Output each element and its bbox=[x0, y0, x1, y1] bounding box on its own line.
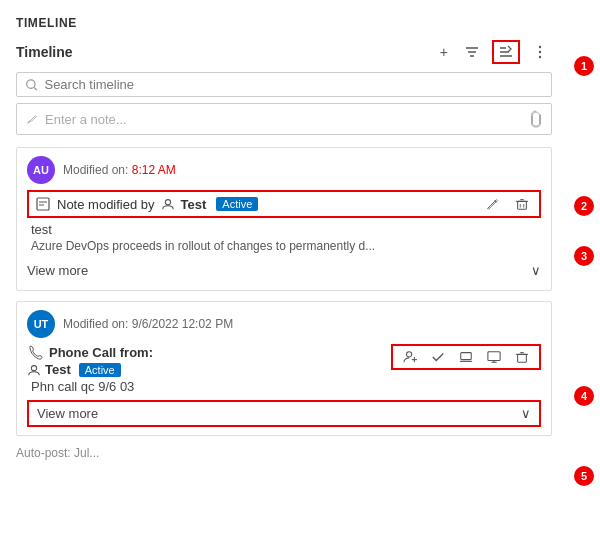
sort-icon bbox=[498, 44, 514, 60]
edit-button-1[interactable] bbox=[481, 195, 503, 213]
badge-active-1: Active bbox=[216, 197, 258, 211]
more-button[interactable] bbox=[528, 42, 552, 62]
note-content-line1: test bbox=[27, 222, 541, 237]
delete-button-2[interactable] bbox=[511, 348, 533, 366]
phone-row-left: Phone Call from: Test Active Phn call qc… bbox=[27, 344, 153, 396]
note-row-left: Note modified by Test Active bbox=[35, 196, 258, 212]
svg-point-9 bbox=[27, 79, 35, 87]
more-icon bbox=[532, 44, 548, 60]
assign-icon bbox=[403, 350, 417, 364]
view-more-2[interactable]: View more ∨ bbox=[27, 400, 541, 427]
svg-point-15 bbox=[165, 200, 170, 205]
right-sidebar: 1 2 3 4 5 bbox=[568, 0, 600, 552]
laptop-icon bbox=[459, 350, 473, 364]
timeline-item-2: UT Modified on: 9/6/2022 12:02 PM Phone … bbox=[16, 301, 552, 436]
phone-row: Phone Call from: Test Active Phn call qc… bbox=[27, 344, 541, 396]
badge-2: 2 bbox=[574, 196, 594, 216]
monitor-icon bbox=[487, 350, 501, 364]
sort-button[interactable] bbox=[492, 40, 520, 64]
timeline-item-1-header: AU Modified on: 8:12 AM bbox=[27, 156, 541, 184]
user-name-2: Test bbox=[45, 362, 71, 377]
badge-4: 4 bbox=[574, 386, 594, 406]
modified-time-2: 9/6/2022 12:02 PM bbox=[132, 317, 233, 331]
edit-icon bbox=[485, 197, 499, 211]
delete-button-1[interactable] bbox=[511, 195, 533, 213]
complete-button[interactable] bbox=[427, 348, 449, 366]
section-title: TIMELINE bbox=[16, 16, 552, 30]
user-icon-1 bbox=[161, 197, 175, 211]
assign-button[interactable] bbox=[399, 348, 421, 366]
modified-time-1: 8:12 AM bbox=[132, 163, 176, 177]
search-bar bbox=[16, 72, 552, 97]
modified-on-1: Modified on: 8:12 AM bbox=[63, 163, 176, 177]
check-icon bbox=[431, 350, 445, 364]
close-button-2[interactable] bbox=[483, 348, 505, 366]
svg-line-11 bbox=[28, 121, 31, 124]
pencil-icon bbox=[25, 112, 39, 126]
note-bar-left: Enter a note... bbox=[25, 112, 127, 127]
note-content-line2: Azure DevOps proceeds in rollout of chan… bbox=[27, 239, 541, 253]
edit-button-2[interactable] bbox=[455, 348, 477, 366]
timeline-header-actions: + bbox=[436, 40, 552, 64]
chevron-1: ∨ bbox=[531, 263, 541, 278]
add-button[interactable]: + bbox=[436, 42, 452, 62]
svg-rect-17 bbox=[518, 201, 527, 209]
svg-rect-31 bbox=[518, 354, 527, 362]
search-input[interactable] bbox=[44, 77, 543, 92]
badge-1: 1 bbox=[574, 56, 594, 76]
filter-icon bbox=[464, 44, 480, 60]
note-icon bbox=[35, 196, 51, 212]
attach-icon bbox=[529, 110, 543, 128]
timeline-header-label: Timeline bbox=[16, 44, 73, 60]
timeline-header: Timeline + bbox=[16, 40, 552, 64]
svg-rect-12 bbox=[37, 198, 49, 210]
phone-call-title: Phone Call from: bbox=[49, 345, 153, 360]
page-wrapper: TIMELINE Timeline + bbox=[0, 0, 600, 552]
modified-on-2: Modified on: 9/6/2022 12:02 PM bbox=[63, 317, 233, 331]
svg-rect-26 bbox=[461, 353, 472, 360]
trash-icon bbox=[515, 350, 529, 364]
user-icon-2 bbox=[27, 363, 41, 377]
avatar-ut: UT bbox=[27, 310, 55, 338]
svg-rect-28 bbox=[488, 352, 500, 361]
note-row-actions bbox=[481, 195, 533, 213]
chevron-2: ∨ bbox=[521, 406, 531, 421]
search-icon bbox=[25, 78, 38, 92]
note-text: Note modified by bbox=[57, 197, 155, 212]
note-input-bar: Enter a note... bbox=[16, 103, 552, 135]
phone-row-actions bbox=[391, 344, 541, 370]
timeline-item-2-header: UT Modified on: 9/6/2022 12:02 PM bbox=[27, 310, 541, 338]
svg-point-22 bbox=[31, 365, 36, 370]
svg-line-16 bbox=[495, 201, 497, 203]
person-row: Test Active bbox=[27, 362, 153, 377]
svg-line-10 bbox=[34, 87, 37, 90]
phone-content: Phn call qc 9/6 03 bbox=[27, 379, 153, 394]
svg-point-23 bbox=[407, 352, 412, 357]
avatar-au: AU bbox=[27, 156, 55, 184]
phone-call-row: Phone Call from: bbox=[27, 344, 153, 360]
badges-group-2: 4 5 bbox=[574, 386, 594, 486]
timeline-item-1: AU Modified on: 8:12 AM Note modified by bbox=[16, 147, 552, 291]
delete-icon bbox=[515, 197, 529, 211]
badge-active-2: Active bbox=[79, 363, 121, 377]
svg-point-6 bbox=[539, 46, 541, 48]
filter-button[interactable] bbox=[460, 42, 484, 62]
note-row-1: Note modified by Test Active bbox=[27, 190, 541, 218]
badges-group: 2 3 bbox=[574, 196, 594, 266]
svg-point-8 bbox=[539, 56, 541, 58]
view-more-1[interactable]: View more ∨ bbox=[27, 259, 541, 282]
phone-icon bbox=[27, 344, 43, 360]
note-placeholder[interactable]: Enter a note... bbox=[45, 112, 127, 127]
auto-post: Auto-post: Jul... bbox=[16, 446, 552, 460]
badge-3: 3 bbox=[574, 246, 594, 266]
user-name-1: Test bbox=[181, 197, 207, 212]
svg-point-7 bbox=[539, 51, 541, 53]
main-content: TIMELINE Timeline + bbox=[0, 0, 568, 552]
badge-5: 5 bbox=[574, 466, 594, 486]
